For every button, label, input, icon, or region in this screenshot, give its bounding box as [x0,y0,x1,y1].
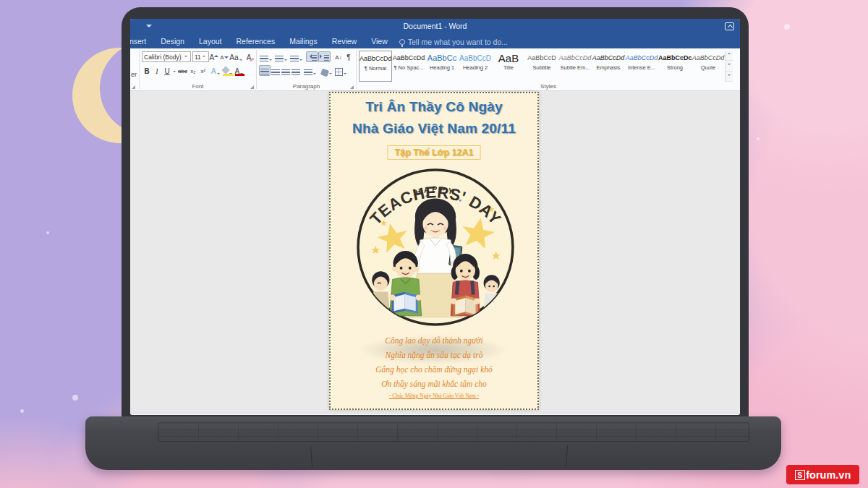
sparkle-dot [20,409,24,413]
document-page[interactable]: Tri Ân Thầy Cô Ngày Nhà Giáo Việt Nam 20… [329,92,539,410]
style-strong[interactable]: AaBbCcDc Strong [658,51,692,82]
gallery-more-icon[interactable] [726,72,733,82]
bullet-list-icon [260,56,268,62]
font-color-button[interactable]: A [234,65,246,76]
style-sample: AaBbCcD [459,53,492,64]
italic-glyph: I [156,67,158,76]
style-heading2[interactable]: AaBbCcD Heading 2 [459,51,492,82]
borders-grid-icon [335,68,343,76]
sparkle-dot [72,395,78,401]
underline-button[interactable]: U [162,65,172,76]
justify-button[interactable] [291,65,301,76]
style-sample: AaBbCcDc [658,53,692,64]
document-canvas[interactable]: Tri Ân Thầy Cô Ngày Nhà Giáo Việt Nam 20… [130,91,740,414]
numbered-list-icon [275,56,284,62]
style-sample: AaBbCcD [525,53,558,64]
align-right-button[interactable] [281,65,291,76]
font-group: Calibri (Body) 11 A A Aa A B [140,48,256,90]
tab-design[interactable]: Design [153,35,192,48]
decrease-indent-button[interactable] [306,51,318,62]
font-group-label: Font [140,83,256,90]
subscript-button[interactable]: x₂ [188,65,198,76]
style-label: Heading 1 [425,64,459,71]
chevron-down-icon [344,73,346,76]
font-size-combobox[interactable]: 11 [192,51,209,62]
tab-mailings[interactable]: Mailings [282,35,325,48]
style-label: Emphasis [592,64,625,71]
chevron-down-icon [329,73,332,76]
tab-view[interactable]: View [364,35,395,48]
increase-indent-button[interactable] [318,51,331,62]
sort-button[interactable]: A↓ [333,51,344,62]
format-painter-fragment: er [131,71,137,78]
justify-icon [292,69,300,76]
font-color-bar [235,74,245,76]
text-effects-button[interactable]: A [210,65,222,76]
strikethrough-button[interactable]: abc [177,65,188,76]
chevron-down-icon[interactable] [173,71,176,74]
style-quote[interactable]: AaBbCcDd Quote [692,51,725,82]
align-center-button[interactable] [271,65,281,76]
clear-formatting-button[interactable]: A [244,51,254,62]
style-subtitle[interactable]: AaBbCcD Subtitle [525,51,558,82]
paragraph-dialog-launcher-icon[interactable] [350,85,354,89]
style-subtle-emphasis[interactable]: AaBbCcDd Subtle Em... [558,51,592,82]
tab-review[interactable]: Review [325,35,364,48]
tab-insert[interactable]: Insert [130,35,153,48]
tell-me-box[interactable]: Tell me what you want to do... [399,38,508,46]
tab-references[interactable]: References [229,35,282,48]
style-sample: AaBbCcDd [392,53,425,64]
align-center-icon [271,69,280,76]
show-hide-pilcrow-button[interactable]: ¶ [344,51,354,62]
font-name-value: Calibri (Body) [144,53,184,61]
girl-book [453,296,477,317]
bold-glyph: B [144,67,149,76]
style-normal[interactable]: AaBbCcDd ¶ Normal [359,51,392,82]
poster-title-line2: Nhà Giáo Việt Nam 20/11 [331,121,537,137]
style-sample: AaBbCcDd [558,53,592,64]
bullets-button[interactable] [259,51,274,62]
shrink-font-button[interactable]: A [219,51,229,62]
ribbon-display-options-icon[interactable] [725,22,734,30]
down-arrow-icon [224,56,229,61]
style-sample: AaBbCcDd [692,53,725,64]
style-title[interactable]: AaB Title [492,51,525,82]
superscript-button[interactable]: x² [198,65,208,76]
numbering-button[interactable] [274,51,289,62]
style-emphasis[interactable]: AaBbCcDd Emphasis [592,51,625,82]
gallery-scroll-down-icon[interactable] [726,61,733,71]
multilevel-list-button[interactable] [289,51,305,62]
teachers-day-illustration: HAPPY TEACHERS' DAY [351,163,520,332]
style-heading1[interactable]: AaBbCc Heading 1 [425,51,459,82]
align-left-icon [260,69,269,75]
student-girl [451,254,480,317]
poem-line-3: Gắng học cho chăm đừng ngại khó [331,365,537,374]
tab-layout[interactable]: Layout [192,35,229,48]
borders-button[interactable] [334,65,349,76]
subscript-glyph: x₂ [190,67,195,76]
change-case-glyph: Aa [229,53,238,62]
style-label: Strong [658,64,692,71]
gallery-scroll-up-icon[interactable] [726,51,733,61]
underline-glyph: U [164,67,169,76]
shading-button[interactable] [320,65,334,76]
style-intense-emphasis[interactable]: AaBbCcDd Intense E... [625,51,658,82]
bold-button[interactable]: B [142,65,152,76]
styles-gallery-scrollbar[interactable] [725,51,733,82]
pilcrow-icon: ¶ [346,53,350,62]
align-left-button[interactable] [259,65,271,76]
font-name-combobox[interactable]: Calibri (Body) [142,51,191,62]
style-sample: AaBbCcDd [359,53,391,65]
highlight-color-button[interactable] [222,65,234,76]
clipboard-dialog-launcher-icon[interactable] [132,85,135,89]
grow-font-button[interactable]: A [209,51,219,62]
chevron-down-icon [284,59,287,62]
student-boy [389,251,421,316]
style-no-spacing[interactable]: AaBbCcDd ¶ No Spac... [392,51,425,82]
font-dialog-launcher-icon[interactable] [250,85,254,89]
trackpad-edge-right [566,445,568,467]
change-case-button[interactable]: Aa [229,51,244,62]
line-spacing-button[interactable] [303,65,318,76]
chevron-down-icon [239,59,242,62]
italic-button[interactable]: I [152,65,162,76]
